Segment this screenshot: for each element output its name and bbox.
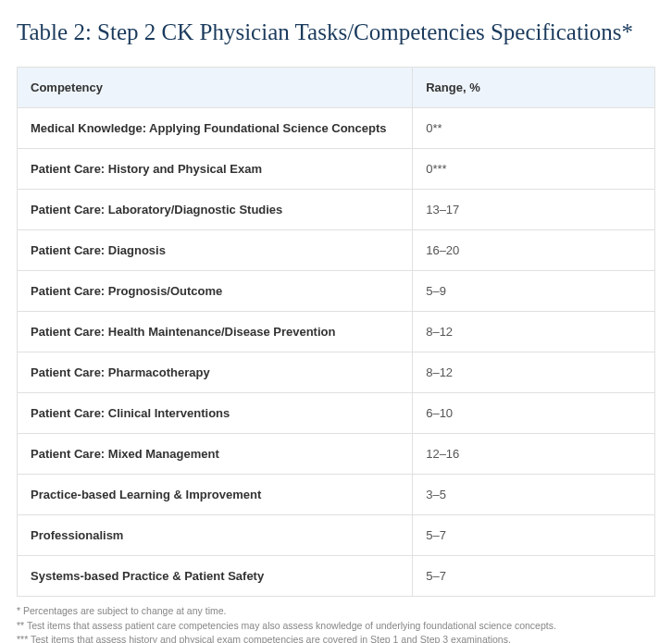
cell-competency: Patient Care: Health Maintenance/Disease…: [18, 311, 413, 352]
table-row: Patient Care: Clinical Interventions6–10: [18, 392, 655, 433]
cell-range: 5–7: [413, 514, 655, 555]
table-row: Patient Care: History and Physical Exam0…: [18, 148, 655, 189]
cell-range: 6–10: [413, 392, 655, 433]
cell-competency: Professionalism: [18, 514, 413, 555]
cell-competency: Patient Care: Pharmacotherapy: [18, 352, 413, 392]
cell-range: 0**: [413, 107, 655, 148]
cell-range: 0***: [413, 148, 655, 189]
table-row: Patient Care: Prognosis/Outcome5–9: [18, 270, 655, 311]
cell-competency: Patient Care: Clinical Interventions: [18, 392, 413, 433]
footnote: * Percentages are subject to change at a…: [17, 604, 655, 619]
competency-table: Competency Range, % Medical Knowledge: A…: [17, 67, 655, 597]
table-header-row: Competency Range, %: [18, 67, 655, 107]
header-range: Range, %: [413, 67, 655, 107]
cell-competency: Patient Care: History and Physical Exam: [18, 148, 413, 189]
cell-range: 5–9: [413, 270, 655, 311]
footnote: *** Test items that assess history and p…: [17, 633, 655, 643]
table-row: Systems-based Practice & Patient Safety5…: [18, 555, 655, 596]
cell-range: 12–16: [413, 433, 655, 474]
footnotes: * Percentages are subject to change at a…: [17, 604, 655, 643]
cell-range: 8–12: [413, 352, 655, 392]
cell-range: 3–5: [413, 474, 655, 514]
cell-competency: Patient Care: Prognosis/Outcome: [18, 270, 413, 311]
table-row: Patient Care: Laboratory/Diagnostic Stud…: [18, 189, 655, 229]
cell-range: 5–7: [413, 555, 655, 596]
table-row: Practice-based Learning & Improvement3–5: [18, 474, 655, 514]
table-row: Patient Care: Health Maintenance/Disease…: [18, 311, 655, 352]
cell-competency: Medical Knowledge: Applying Foundational…: [18, 107, 413, 148]
cell-competency: Practice-based Learning & Improvement: [18, 474, 413, 514]
cell-competency: Patient Care: Laboratory/Diagnostic Stud…: [18, 189, 413, 229]
table-row: Medical Knowledge: Applying Foundational…: [18, 107, 655, 148]
footnote: ** Test items that assess patient care c…: [17, 619, 655, 634]
cell-range: 13–17: [413, 189, 655, 229]
cell-competency: Patient Care: Mixed Management: [18, 433, 413, 474]
table-row: Professionalism5–7: [18, 514, 655, 555]
table-row: Patient Care: Mixed Management12–16: [18, 433, 655, 474]
cell-competency: Patient Care: Diagnosis: [18, 229, 413, 270]
header-competency: Competency: [18, 67, 413, 107]
table-row: Patient Care: Pharmacotherapy8–12: [18, 352, 655, 392]
table-row: Patient Care: Diagnosis16–20: [18, 229, 655, 270]
cell-range: 16–20: [413, 229, 655, 270]
cell-competency: Systems-based Practice & Patient Safety: [18, 555, 413, 596]
cell-range: 8–12: [413, 311, 655, 352]
table-title: Table 2: Step 2 CK Physician Tasks/Compe…: [17, 17, 655, 48]
